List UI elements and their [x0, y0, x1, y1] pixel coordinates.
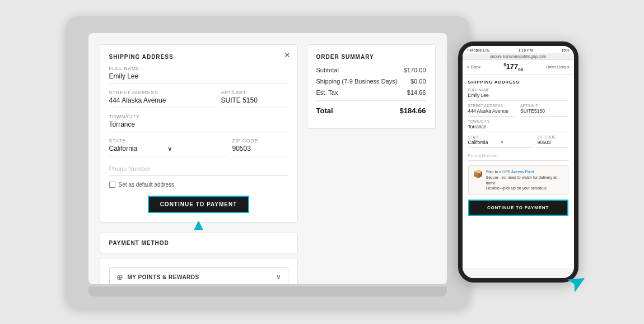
town-value: Torrance: [109, 121, 288, 132]
phone: T-Mobile LTE 1:16 PM 16% secure-bananare…: [458, 41, 578, 283]
street-group: STREET ADDRESS 444 Alaska Avenue: [109, 90, 214, 114]
tax-value: $14.66: [407, 89, 426, 96]
price-display: $17700: [503, 62, 523, 72]
points-section: ⊕ MY POINTS & REWARDS ∨: [100, 258, 298, 284]
phone-continue-button[interactable]: CONTINUE TO PAYMENT: [468, 200, 568, 216]
phone-nav-bar: < Back $17700 Order Details: [463, 60, 574, 75]
phone-url-bar: secure-bananarepublic.gap.com: [463, 53, 574, 60]
phone-screen: T-Mobile LTE 1:16 PM 16% secure-bananare…: [463, 46, 574, 278]
order-details-link[interactable]: Order Details: [546, 65, 569, 69]
state-label: STATE: [109, 138, 226, 144]
shipping-row: Shipping (7-9 Business Days) $0.00: [316, 78, 426, 85]
laptop: ✕ SHIPPING ADDRESS FULL NAME Emily Lee S…: [66, 16, 469, 308]
street-label: STREET ADDRESS: [109, 90, 214, 95]
continue-payment-button[interactable]: CONTINUE TO PAYMENT: [148, 196, 250, 213]
battery-label: 16%: [561, 48, 569, 52]
ups-line3: Flexible—pick up on your schedule: [486, 186, 547, 190]
arrow-up-icon: ▲: [191, 217, 207, 233]
ups-link[interactable]: UPS Access Point: [502, 170, 534, 174]
points-row[interactable]: ⊕ MY POINTS & REWARDS ∨: [109, 267, 288, 284]
carrier-label: T-Mobile LTE: [467, 48, 490, 52]
order-summary-title: ORDER SUMMARY: [316, 54, 426, 60]
phone-street-value: 444 Alaska Avenue: [468, 108, 516, 117]
close-icon[interactable]: ✕: [284, 50, 291, 59]
phone-state-group: STATE California ∨: [468, 135, 533, 151]
price-amount: 177: [506, 62, 519, 71]
total-label: Total: [316, 107, 333, 115]
phone-phone-placeholder[interactable]: Phone Number: [468, 151, 568, 161]
zip-label: ZIP CODE: [232, 138, 288, 144]
phone-street-label: STREET ADDRESS: [468, 104, 516, 108]
ups-line2: Secure—no need to watch for delivery at …: [486, 175, 557, 185]
phone-full-name-label: FULL NAME: [468, 88, 568, 92]
town-label: TOWN/CITY: [109, 114, 288, 119]
phone-address-row: STREET ADDRESS 444 Alaska Avenue APT/UNI…: [468, 104, 568, 119]
phone-zip-label: ZIP CODE: [538, 135, 568, 139]
price-sub: 00: [518, 67, 523, 72]
state-value: California: [109, 145, 167, 152]
phone-state-row: STATE California ∨ ZIP CODE 90503: [468, 135, 568, 151]
phone-shipping-title: SHIPPING ADDRESS: [468, 80, 568, 85]
phone-content: SHIPPING ADDRESS FULL NAME Emily Lee STR…: [463, 75, 574, 268]
points-chevron-icon: ∨: [276, 273, 281, 281]
left-column: ✕ SHIPPING ADDRESS FULL NAME Emily Lee S…: [100, 44, 298, 273]
phone-placeholder[interactable]: Phone Number: [109, 162, 288, 176]
back-button[interactable]: < Back: [467, 64, 481, 70]
order-summary-panel: ORDER SUMMARY Subtotal $170.00 Shipping …: [307, 44, 436, 129]
shipping-title: SHIPPING ADDRESS: [109, 54, 288, 60]
phone-town-value: Torrance: [468, 124, 568, 132]
ups-box: 📦 Ship to a UPS Access Point Secure—no n…: [468, 165, 568, 195]
ups-text: Ship to a UPS Access Point Secure—no nee…: [486, 169, 563, 191]
zip-value: 90503: [232, 145, 288, 156]
phone-street-group: STREET ADDRESS 444 Alaska Avenue: [468, 104, 516, 119]
laptop-base: [88, 286, 447, 297]
phone-state-chevron-icon: ∨: [501, 140, 533, 145]
circle-icon: ⊕: [116, 272, 123, 281]
ups-icon: 📦: [473, 169, 483, 178]
default-address-row: Set as default address: [109, 182, 288, 188]
shipping-value: $0.00: [410, 78, 426, 85]
shipping-panel: ✕ SHIPPING ADDRESS FULL NAME Emily Lee S…: [100, 44, 298, 223]
full-name-label: FULL NAME: [109, 66, 288, 71]
full-name-value: Emily Lee: [109, 72, 288, 84]
subtotal-value: $170.00: [404, 67, 426, 73]
phone-apt-group: APT/UNIT SUITE5150: [520, 104, 568, 119]
phone-zip-group: ZIP CODE 90503: [538, 135, 568, 151]
phone-state-select[interactable]: California ∨: [468, 140, 533, 148]
phone-full-name-value: Emily Lee: [468, 92, 568, 101]
points-label: MY POINTS & REWARDS: [128, 274, 276, 280]
tax-row: Est. Tax $14.66: [316, 89, 426, 96]
scene: ✕ SHIPPING ADDRESS FULL NAME Emily Lee S…: [0, 0, 644, 324]
time-label: 1:16 PM: [519, 48, 533, 52]
total-value: $184.66: [400, 107, 426, 115]
apt-label: APT/UNIT: [221, 90, 288, 95]
payment-title: PAYMENT METHOD: [109, 240, 288, 246]
address-row: STREET ADDRESS 444 Alaska Avenue APT/UNI…: [109, 90, 288, 114]
default-label: Set as default address: [119, 182, 175, 188]
laptop-screen: ✕ SHIPPING ADDRESS FULL NAME Emily Lee S…: [88, 33, 447, 284]
payment-section: PAYMENT METHOD: [100, 233, 298, 253]
phone-container: T-Mobile LTE 1:16 PM 16% secure-bananare…: [458, 41, 578, 283]
state-zip-row: STATE California ∨ ZIP CODE 90503: [109, 138, 288, 162]
phone-zip-value: 90503: [538, 140, 568, 148]
phone-town-label: TOWN/CITY: [468, 119, 568, 123]
apt-group: APT/UNIT SUITE 5150: [221, 90, 288, 114]
phone-apt-label: APT/UNIT: [520, 104, 568, 108]
apt-value: SUITE 5150: [221, 96, 288, 108]
chevron-down-icon: ∨: [167, 145, 226, 152]
phone-state-label: STATE: [468, 135, 533, 139]
phone-state-value: California: [468, 140, 501, 145]
zip-group: ZIP CODE 90503: [232, 138, 288, 162]
tax-label: Est. Tax: [316, 89, 338, 96]
phone-status-bar: T-Mobile LTE 1:16 PM 16%: [463, 46, 574, 53]
default-checkbox[interactable]: [109, 182, 115, 188]
street-value: 444 Alaska Avenue: [109, 96, 214, 108]
url-text: secure-bananarepublic.gap.com: [490, 54, 546, 58]
state-group: STATE California ∨: [109, 138, 226, 162]
state-select[interactable]: California ∨: [109, 145, 226, 156]
shipping-label: Shipping (7-9 Business Days): [316, 78, 398, 85]
total-row: Total $184.66: [316, 100, 426, 115]
phone-apt-value: SUITE5150: [520, 108, 568, 117]
subtotal-row: Subtotal $170.00: [316, 67, 426, 73]
subtotal-label: Subtotal: [316, 67, 339, 73]
